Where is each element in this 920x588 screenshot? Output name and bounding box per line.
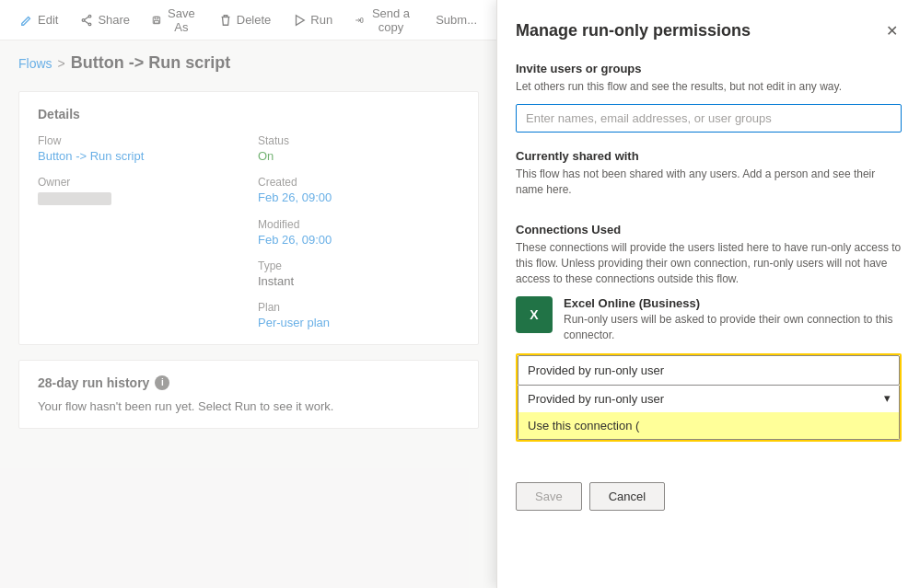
owner-blur [38,192,111,205]
connection-dropdown-wrapper: Provided by run-only user Use this conne… [516,353,902,442]
plan-value[interactable]: Per-user plan [258,316,460,329]
svg-point-2 [83,18,86,21]
excel-icon-letter: X [530,307,538,322]
type-value: Instant [258,274,460,288]
breadcrumb-parent[interactable]: Flows [18,56,52,71]
flow-detail: Flow Button -> Run script [38,134,239,163]
invite-heading: Invite users or groups [516,62,902,75]
connection-dropdown[interactable]: Provided by run-only user Use this conne… [518,355,900,386]
owner-value [38,190,239,205]
svg-rect-6 [155,17,158,18]
edit-icon [20,14,33,27]
details-card-title: Details [38,107,460,121]
run-history-empty: Your flow hasn't been run yet. Select Ru… [38,399,460,413]
connection-text: Excel Online (Business) Run-only users w… [564,296,902,343]
details-card: Details Flow Button -> Run script Status… [18,91,479,345]
svg-rect-9 [361,17,363,22]
send-copy-icon [355,14,364,27]
invite-input[interactable] [516,104,902,133]
panel-footer: Save Cancel [516,471,902,511]
connections-desc: These connections will provide the users… [516,240,902,286]
run-history-card: 28-day run history i Your flow hasn't be… [18,360,479,429]
run-icon [293,14,306,27]
shared-heading: Currently shared with [516,149,902,163]
panel-header: Manage run-only permissions ✕ [516,18,902,43]
save-button[interactable]: Save [516,482,582,511]
dropdown-options: Provided by run-only user Use this conne… [518,386,900,440]
shared-section: Currently shared with This flow has not … [516,149,902,207]
created-label: Created [258,176,460,189]
created-detail: Created Feb 26, 09:00 [258,176,460,205]
delete-button[interactable]: Delete [210,7,281,32]
svg-point-1 [89,23,92,26]
delete-icon [219,14,232,27]
flow-label: Flow [38,134,239,147]
save-as-button[interactable]: Save As [143,1,206,40]
breadcrumb-separator: > [58,56,65,71]
save-as-icon [152,14,161,27]
modified-label: Modified [258,218,460,231]
panel-title: Manage run-only permissions [516,21,751,40]
svg-rect-7 [155,20,159,22]
connections-section: Connections Used These connections will … [516,223,902,442]
owner-detail: Owner [38,176,239,205]
run-button[interactable]: Run [284,7,342,32]
side-panel: Manage run-only permissions ✕ Invite use… [496,0,920,588]
dropdown-option-provided[interactable]: Provided by run-only user [518,386,899,412]
info-icon[interactable]: i [155,375,169,390]
owner-label: Owner [38,176,239,189]
flow-value[interactable]: Button -> Run script [38,149,239,163]
send-copy-button[interactable]: Send a copy [345,1,423,40]
connection-desc: Run-only users will be asked to provide … [564,312,902,343]
svg-point-0 [89,15,92,17]
type-detail: Type Instant [258,259,460,288]
breadcrumb-current: Button -> Run script [71,53,231,73]
invite-desc: Let others run this flow and see the res… [516,79,902,95]
plan-label: Plan [258,301,460,314]
dropdown-option-use-connection[interactable]: Use this connection ( [518,412,899,439]
type-label: Type [258,259,460,272]
details-grid: Flow Button -> Run script Status On Owne… [38,134,460,329]
svg-marker-8 [297,15,305,25]
submit-button[interactable]: Subm... [426,7,486,32]
created-value: Feb 26, 09:00 [258,190,460,204]
connection-title: Excel Online (Business) [564,296,902,310]
run-history-title: 28-day run history [38,375,149,390]
excel-icon: X [516,296,553,333]
toolbar: Edit Share Save As [0,0,497,40]
cancel-button[interactable]: Cancel [589,482,665,511]
share-button[interactable]: Share [71,7,139,32]
svg-line-3 [85,17,88,19]
plan-detail: Plan Per-user plan [258,301,460,329]
share-icon [80,14,93,27]
status-detail: Status On [258,134,460,163]
close-panel-button[interactable]: ✕ [882,18,902,43]
modified-detail: Modified Feb 26, 09:00 [258,218,460,247]
modified-value: Feb 26, 09:00 [258,233,460,247]
run-history-header: 28-day run history i [38,375,460,390]
status-value: On [258,149,460,163]
connection-item: X Excel Online (Business) Run-only users… [516,296,902,343]
connections-heading: Connections Used [516,223,902,236]
shared-desc: This flow has not been shared with any u… [516,167,902,198]
breadcrumb: Flows > Button -> Run script [0,40,497,80]
svg-line-4 [85,20,88,23]
status-label: Status [258,134,460,147]
edit-button[interactable]: Edit [11,7,67,32]
